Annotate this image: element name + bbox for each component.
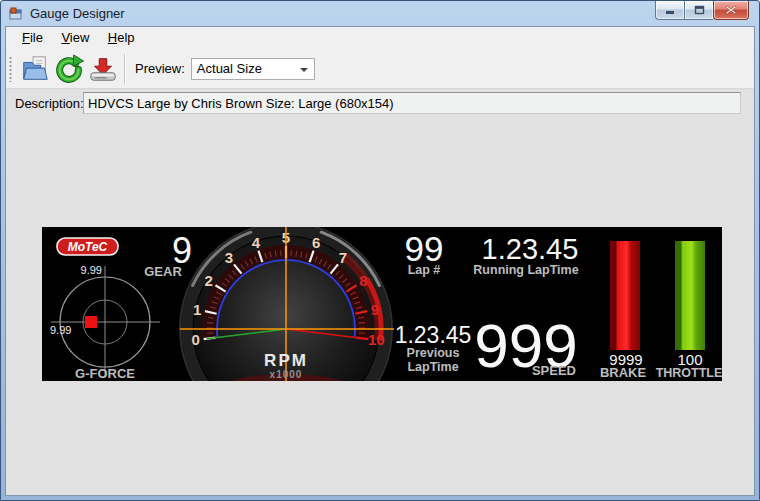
preview-size-select[interactable]: Actual Size <box>191 58 315 80</box>
description-label: Description: <box>15 96 84 111</box>
title-bar[interactable]: Gauge Designer <box>1 1 759 26</box>
gforce-left-scale: 9.99 <box>50 324 71 336</box>
running-laptime-value: 1.23.45 <box>482 233 579 265</box>
svg-text:4: 4 <box>252 234 261 251</box>
client-area: File View Help <box>5 26 755 496</box>
throttle-label: THROTTLE <box>656 366 722 380</box>
toolbar: Preview: Actual Size <box>6 49 754 89</box>
gear-label: GEAR <box>144 264 182 279</box>
maximize-button[interactable] <box>685 1 713 20</box>
menu-bar: File View Help <box>6 27 754 49</box>
gforce-label: G-FORCE <box>75 366 135 381</box>
svg-text:8: 8 <box>359 272 367 289</box>
svg-text:9: 9 <box>371 301 379 318</box>
lap-label: Lap # <box>408 263 441 277</box>
reload-icon <box>54 54 84 84</box>
svg-text:2: 2 <box>205 272 213 289</box>
toolbar-separator <box>124 54 125 84</box>
svg-text:1: 1 <box>193 301 201 318</box>
motec-logo: MoTeC <box>57 238 118 255</box>
svg-text:7: 7 <box>339 249 347 266</box>
gforce-top-scale: 9.99 <box>81 264 102 276</box>
svg-text:0: 0 <box>192 331 200 348</box>
window-title: Gauge Designer <box>30 6 125 21</box>
previous-laptime-value: 1.23.45 <box>395 322 472 348</box>
minimize-button[interactable] <box>655 1 685 20</box>
import-button[interactable] <box>86 52 120 86</box>
svg-text:3: 3 <box>225 249 233 266</box>
gforce-marker <box>85 316 97 328</box>
gauge-preview: MoTeC 9 GEAR 9.99 9.99 G-FORCE <box>42 227 722 381</box>
close-button[interactable] <box>713 1 749 20</box>
preview-size-value: Actual Size <box>192 61 262 76</box>
preview-label: Preview: <box>135 61 185 76</box>
motec-logo-text: MoTeC <box>68 240 108 254</box>
menu-view[interactable]: View <box>54 27 96 48</box>
brake-label: BRAKE <box>600 365 647 380</box>
previous-laptime-label-1: Previous <box>407 346 460 360</box>
description-input[interactable] <box>83 92 741 114</box>
chevron-down-icon <box>300 68 308 72</box>
import-icon <box>88 54 118 84</box>
rpm-multiplier: x1000 <box>270 369 303 380</box>
maximize-icon <box>694 5 705 15</box>
menu-file[interactable]: File <box>15 27 50 48</box>
previous-laptime-label-2: LapTime <box>407 360 458 374</box>
speed-label: SPEED <box>532 363 576 378</box>
app-window: Gauge Designer File <box>0 0 760 501</box>
menu-help[interactable]: Help <box>101 27 142 48</box>
gauge-preview-svg: MoTeC 9 GEAR 9.99 9.99 G-FORCE <box>42 227 722 381</box>
rpm-label: RPM <box>264 351 308 370</box>
svg-text:10: 10 <box>368 331 385 348</box>
svg-text:6: 6 <box>312 234 320 251</box>
reload-button[interactable] <box>52 52 86 86</box>
open-file-button[interactable] <box>18 52 52 86</box>
running-laptime-label: Running LapTime <box>473 263 578 277</box>
open-folder-icon <box>20 54 50 84</box>
description-row: Description: <box>6 90 754 117</box>
app-icon <box>9 6 25 22</box>
close-icon <box>725 5 737 15</box>
minimize-icon <box>664 6 676 15</box>
toolbar-grip[interactable] <box>9 56 12 82</box>
